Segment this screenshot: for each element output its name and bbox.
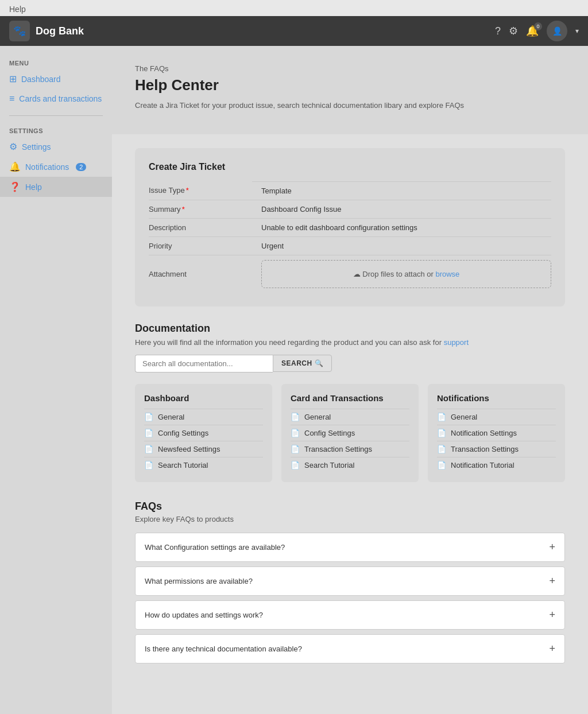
doc-card-item[interactable]: 📄Config Settings (144, 425, 263, 441)
search-button-label: SEARCH (281, 359, 312, 367)
help-icon[interactable]: ? (495, 25, 501, 37)
doc-card-item[interactable]: 📄General (437, 409, 556, 425)
doc-card-item[interactable]: 📄Notification Tutorial (437, 457, 556, 473)
description-label: Description (149, 218, 252, 236)
required-indicator: * (182, 205, 185, 214)
doc-item-icon: 📄 (144, 413, 153, 421)
sidebar-item-notifications[interactable]: 🔔 Notifications 2 (0, 157, 112, 177)
sidebar: MENU ⊞ Dashboard ≡ Cards and transaction… (0, 46, 112, 714)
faq-item[interactable]: How do updates and settings work?+ (135, 600, 565, 630)
expand-icon: + (549, 643, 555, 655)
documentation-desc: Here you will find all the information y… (135, 338, 565, 347)
documentation-section: Documentation Here you will find all the… (135, 323, 565, 482)
doc-card-item[interactable]: 📄Notification Settings (437, 425, 556, 441)
drop-zone-text: Drop files to attach or (362, 270, 435, 278)
documentation-title: Documentation (135, 323, 565, 335)
doc-item-label: Notification Tutorial (451, 461, 514, 469)
help-circle-icon: ❓ (9, 181, 21, 192)
doc-card-title: Card and Transactions (291, 393, 409, 403)
search-icon: 🔍 (315, 359, 324, 367)
faq-item[interactable]: What permissions are available?+ (135, 566, 565, 596)
dashboard-icon: ⊞ (9, 73, 17, 84)
brand-name: Dog Bank (36, 25, 84, 37)
faq-item[interactable]: Is there any technical documentation ava… (135, 634, 565, 663)
cards-icon: ≡ (9, 94, 14, 104)
issue-type-label: Issue Type* (149, 181, 252, 200)
notifications-badge: 2 (76, 163, 86, 171)
page-title: Help Center (135, 76, 565, 94)
attachment-label: Attachment (149, 255, 252, 293)
sidebar-item-help[interactable]: ❓ Help (0, 177, 112, 197)
sidebar-item-cards[interactable]: ≡ Cards and transactions (0, 89, 112, 108)
faqs-section: FAQs Explore key FAQs to products What C… (135, 500, 565, 663)
faqs-list: What Configuration settings are availabl… (135, 533, 565, 663)
jira-ticket-card: Create Jira Ticket Issue Type* Template … (135, 148, 565, 306)
doc-card: Dashboard📄General📄Config Settings📄Newsfe… (135, 384, 272, 482)
faq-item[interactable]: What Configuration settings are availabl… (135, 533, 565, 562)
expand-icon: + (549, 609, 555, 621)
expand-icon: + (549, 575, 555, 587)
hero-section: The FAQs Help Center Create a Jira Ticke… (112, 46, 588, 134)
doc-item-label: Transaction Settings (451, 445, 519, 453)
doc-cards-grid: Dashboard📄General📄Config Settings📄Newsfe… (135, 384, 565, 482)
doc-card-item[interactable]: 📄Newsfeed Settings (144, 441, 263, 457)
avatar[interactable]: 👤 (547, 21, 567, 41)
sidebar-item-dashboard[interactable]: ⊞ Dashboard (0, 69, 112, 89)
faq-question: What Configuration settings are availabl… (145, 543, 285, 552)
doc-card-item[interactable]: 📄Search Tutorial (291, 457, 409, 473)
doc-item-icon: 📄 (291, 461, 300, 469)
breadcrumb: The FAQs (135, 64, 565, 73)
drop-zone[interactable]: ☁ Drop files to attach or browse (261, 260, 551, 288)
doc-item-label: Config Settings (304, 429, 355, 437)
doc-item-label: Search Tutorial (304, 461, 354, 469)
sidebar-item-settings[interactable]: ⚙ Settings (0, 137, 112, 157)
content-area: Create Jira Ticket Issue Type* Template … (112, 134, 588, 682)
doc-item-icon: 📄 (291, 445, 300, 453)
doc-card-item[interactable]: 📄Transaction Settings (291, 441, 409, 457)
faqs-title: FAQs (135, 500, 565, 513)
browse-link[interactable]: browse (435, 270, 459, 278)
sidebar-item-label-cards: Cards and transactions (19, 94, 102, 103)
faq-question: How do updates and settings work? (145, 611, 263, 619)
doc-item-label: Transaction Settings (304, 445, 372, 453)
search-input[interactable] (135, 355, 273, 372)
doc-card: Card and Transactions📄General📄Config Set… (281, 384, 419, 482)
sidebar-divider (9, 115, 103, 116)
sidebar-item-label-settings: Settings (22, 142, 51, 152)
required-indicator: * (186, 186, 189, 195)
settings-gear-icon: ⚙ (9, 141, 17, 152)
topbar-actions: ? ⚙ 🔔 0 👤 ▾ (495, 21, 579, 41)
help-label: Help (0, 0, 588, 16)
avatar-caret-icon[interactable]: ▾ (575, 27, 579, 35)
notifications-bell-icon: 🔔 (9, 161, 21, 172)
sidebar-item-label-dashboard: Dashboard (21, 75, 61, 84)
settings-icon[interactable]: ⚙ (509, 25, 518, 37)
description-value: Unable to edit dashboard configuration s… (252, 218, 551, 236)
menu-section-label: MENU (0, 55, 112, 69)
sidebar-item-label-help: Help (25, 183, 42, 192)
doc-item-label: General (304, 413, 331, 421)
doc-item-icon: 📄 (437, 461, 446, 469)
doc-card-item[interactable]: 📄General (291, 409, 409, 425)
jira-form: Issue Type* Template Summary* Dashboard … (149, 181, 551, 293)
doc-item-label: General (451, 413, 477, 421)
priority-value: Urgent (252, 236, 551, 255)
doc-card-item[interactable]: 📄Search Tutorial (144, 457, 263, 473)
support-link[interactable]: support (444, 338, 469, 347)
doc-item-label: Config Settings (158, 429, 208, 437)
hero-description: Create a Jira Ticket for your product is… (135, 100, 565, 111)
summary-value: Dashboard Config Issue (252, 200, 551, 218)
notifications-icon[interactable]: 🔔 0 (526, 25, 539, 37)
search-button[interactable]: SEARCH 🔍 (273, 355, 332, 372)
doc-item-icon: 📄 (437, 445, 446, 453)
doc-item-icon: 📄 (437, 413, 446, 421)
main-content: The FAQs Help Center Create a Jira Ticke… (112, 46, 588, 714)
doc-item-icon: 📄 (144, 429, 153, 437)
doc-card-title: Notifications (437, 393, 556, 403)
upload-icon: ☁ (353, 270, 363, 278)
doc-card-item[interactable]: 📄Transaction Settings (437, 441, 556, 457)
doc-card-item[interactable]: 📄General (144, 409, 263, 425)
doc-card-item[interactable]: 📄Config Settings (291, 425, 409, 441)
doc-item-icon: 📄 (291, 429, 300, 437)
doc-item-label: Search Tutorial (158, 461, 208, 469)
